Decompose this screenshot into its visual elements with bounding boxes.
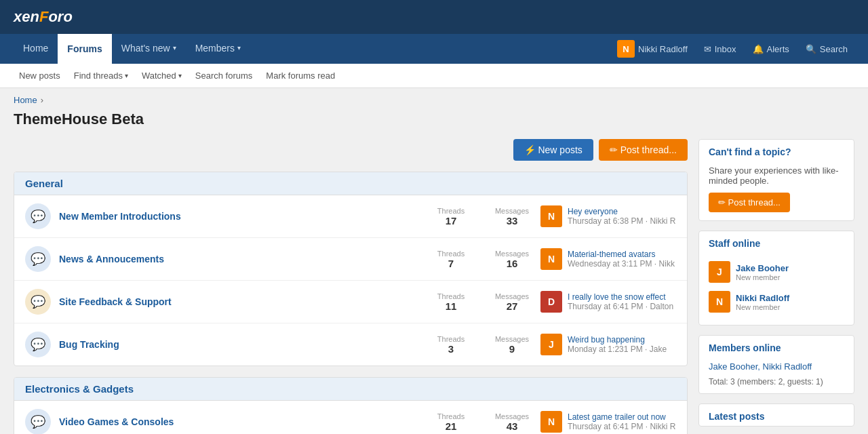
messages-value: 16 <box>492 258 532 269</box>
sub-nav: New posts Find threads ▾ Watched ▾ Searc… <box>0 64 868 88</box>
subnav-new-posts[interactable]: New posts <box>14 68 66 83</box>
forum-name[interactable]: News & Annoucements <box>59 254 422 264</box>
top-header: xenForo <box>0 0 868 34</box>
staff-online-body: J Jake Booher New member N Nikki Radloff… <box>699 253 854 325</box>
threads-label: Threads <box>431 335 471 343</box>
logo[interactable]: xenForo <box>14 8 73 26</box>
latest-posts-card: Latest posts <box>698 403 854 427</box>
subnav-watched[interactable]: Watched ▾ <box>136 68 187 83</box>
stat-messages: Messages 27 <box>492 292 532 312</box>
forum-info: New Member Introductions <box>59 211 422 222</box>
last-post-meta: Thursday at 6:38 PM · Nikki R <box>568 216 675 226</box>
messages-label: Messages <box>492 335 532 343</box>
forum-last-post: N Material-themed avatars Wednesday at 3… <box>540 248 676 270</box>
forum-icon-active: 💬 <box>25 289 51 315</box>
sidebar: Can't find a topic? Share your experienc… <box>698 139 854 434</box>
sidebar-post-thread-button[interactable]: ✏ Post thread... <box>709 193 790 212</box>
nav-search[interactable]: 🔍 Search <box>799 40 854 58</box>
stat-threads: Threads 3 <box>431 335 471 355</box>
forum-section-electronics: Electronics & Gadgets 💬 Video Games & Co… <box>14 377 688 434</box>
messages-label: Messages <box>492 412 532 420</box>
threads-value: 17 <box>431 215 471 226</box>
user-avatar: N <box>617 40 635 58</box>
breadcrumb-separator: › <box>41 95 43 105</box>
messages-value: 27 <box>492 300 532 312</box>
forum-row: 💬 Site Feedback & Support Threads 11 Mes… <box>14 281 687 323</box>
nav-user[interactable]: N Nikki Radloff <box>610 36 694 62</box>
last-post-info: Weird bug happening Monday at 1:231 PM ·… <box>568 335 667 354</box>
threads-value: 21 <box>431 420 471 432</box>
staff-online-title: Staff online <box>699 231 854 253</box>
forum-last-post: N Latest game trailer out now Thursday a… <box>540 411 676 433</box>
last-post-avatar: J <box>540 334 562 355</box>
cant-find-description: Share your experiences with like-minded … <box>709 165 844 186</box>
forum-last-post: J Weird bug happening Monday at 1:231 PM… <box>540 334 676 355</box>
alerts-label: Alerts <box>767 44 789 54</box>
forum-name[interactable]: Site Feedback & Support <box>59 296 422 307</box>
forum-stats: Threads 11 Messages 27 <box>431 292 532 312</box>
staff-name[interactable]: Jake Booher <box>736 263 789 273</box>
members-online-title: Members online <box>699 336 854 357</box>
subnav-search-forums[interactable]: Search forums <box>190 68 258 83</box>
messages-label: Messages <box>492 207 532 215</box>
last-post-avatar: D <box>540 291 562 313</box>
last-post-meta: Monday at 1:231 PM · Jake <box>568 344 667 354</box>
forum-row: 💬 Bug Tracking Threads 3 Messages 9 J <box>14 323 687 366</box>
new-posts-button[interactable]: ⚡ New posts <box>513 139 593 161</box>
member-list: Jake Booher, Nikki Radloff <box>699 357 854 374</box>
nav-alerts[interactable]: 🔔 Alerts <box>746 40 796 58</box>
nav-home[interactable]: Home <box>14 34 58 64</box>
messages-label: Messages <box>492 250 532 258</box>
messages-value: 33 <box>492 215 532 226</box>
last-post-meta: Thursday at 6:41 PM · Dalton <box>568 302 673 311</box>
forum-name[interactable]: New Member Introductions <box>59 211 422 222</box>
threads-value: 11 <box>431 300 471 312</box>
last-post-meta: Thursday at 6:41 PM · Nikki R <box>568 422 675 431</box>
last-post-avatar: N <box>540 205 562 227</box>
stat-threads: Threads 17 <box>431 207 471 226</box>
last-post-title[interactable]: I really love the snow effect <box>568 292 673 302</box>
forum-row: 💬 News & Annoucements Threads 7 Messages… <box>14 238 687 281</box>
subnav-mark-read[interactable]: Mark forums read <box>260 68 340 83</box>
threads-value: 7 <box>431 258 471 269</box>
page-title: ThemeHouse Beta <box>0 108 868 139</box>
inbox-icon: ✉ <box>704 44 711 54</box>
members-online-names[interactable]: Jake Booher, Nikki Radloff <box>709 361 812 372</box>
last-post-title[interactable]: Latest game trailer out now <box>568 412 675 422</box>
stat-messages: Messages 33 <box>492 207 532 226</box>
nav-whats-new[interactable]: What's new ▾ <box>112 34 186 64</box>
whats-new-chevron: ▾ <box>173 44 176 52</box>
members-chevron: ▾ <box>237 44 241 52</box>
last-post-title[interactable]: Weird bug happening <box>568 335 667 344</box>
nav-forums[interactable]: Forums <box>58 34 111 64</box>
messages-label: Messages <box>492 292 532 300</box>
staff-avatar: N <box>709 291 730 313</box>
breadcrumb-home[interactable]: Home <box>14 95 37 105</box>
forum-last-post: D I really love the snow effect Thursday… <box>540 291 676 313</box>
action-buttons: ⚡ New posts ✏ Post thread... <box>14 139 688 161</box>
messages-value: 43 <box>492 420 532 432</box>
post-thread-button[interactable]: ✏ Post thread... <box>599 139 688 161</box>
stat-threads: Threads 11 <box>431 292 471 312</box>
forum-name[interactable]: Video Games & Consoles <box>59 416 422 427</box>
forum-row: 💬 Video Games & Consoles Threads 21 Mess… <box>14 401 687 434</box>
last-post-title[interactable]: Material-themed avatars <box>568 250 675 259</box>
staff-info: Jake Booher New member <box>736 263 789 281</box>
nav-members[interactable]: Members ▾ <box>186 34 250 64</box>
nav-inbox[interactable]: ✉ Inbox <box>697 40 743 58</box>
forum-stats: Threads 21 Messages 43 <box>431 412 532 432</box>
forum-stats: Threads 3 Messages 9 <box>431 335 532 355</box>
watched-chevron: ▾ <box>178 72 182 79</box>
stat-threads: Threads 21 <box>431 412 471 432</box>
staff-name[interactable]: Nikki Radloff <box>736 293 789 303</box>
stat-messages: Messages 9 <box>492 335 532 355</box>
forum-info: Video Games & Consoles <box>59 416 422 427</box>
cant-find-card: Can't find a topic? Share your experienc… <box>698 139 854 221</box>
latest-posts-title: Latest posts <box>699 404 854 426</box>
staff-avatar: J <box>709 261 730 283</box>
forum-name[interactable]: Bug Tracking <box>59 339 422 350</box>
stat-messages: Messages 16 <box>492 250 532 269</box>
threads-label: Threads <box>431 292 471 300</box>
last-post-title[interactable]: Hey everyone <box>568 207 675 216</box>
subnav-find-threads[interactable]: Find threads ▾ <box>68 68 134 83</box>
